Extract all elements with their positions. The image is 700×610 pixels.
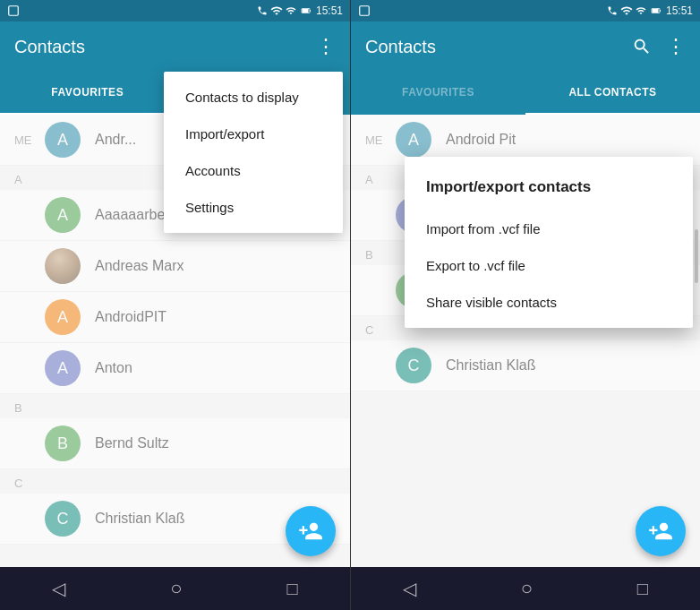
right-status-bar: 15:51: [351, 0, 700, 21]
tab-favourites-left[interactable]: FAVOURITES: [0, 72, 175, 115]
contact-name-christian-right: Christian Klaß: [446, 357, 535, 374]
svg-rect-6: [660, 10, 661, 12]
contact-name-christian-left: Christian Klaß: [95, 511, 184, 527]
left-time: 15:51: [316, 4, 343, 17]
contact-row-christian-right[interactable]: C Christian Klaß: [351, 340, 700, 391]
menu-accounts[interactable]: Accounts: [164, 152, 343, 189]
signal-icon-right: [636, 5, 646, 16]
right-app-bar-icons: ⋮: [632, 35, 686, 58]
left-status-icons-left: [7, 4, 20, 17]
contact-row-androidpit[interactable]: A AndroidPIT: [0, 292, 350, 343]
contact-name-bernd-left: Bernd Sultz: [95, 435, 169, 451]
dropdown-menu: Contacts to display Import/export Accoun…: [164, 72, 343, 233]
add-contact-fab-left[interactable]: [286, 506, 336, 556]
contact-name-anton-left: Anton: [95, 360, 132, 376]
avatar-androidpit: A: [45, 299, 81, 335]
battery-icon-right: [649, 5, 663, 16]
home-button-right[interactable]: ○: [499, 570, 554, 607]
back-button-left[interactable]: ◁: [30, 571, 87, 606]
screenshot-icon: [7, 4, 20, 17]
phone-icon-right: [607, 5, 618, 16]
left-app-bar-icons: ⋮: [316, 35, 336, 58]
more-options-icon[interactable]: ⋮: [316, 35, 336, 58]
more-options-icon-right[interactable]: ⋮: [666, 35, 686, 58]
section-label-me: ME: [14, 133, 41, 147]
scroll-indicator-right: [695, 229, 698, 524]
recents-button-right[interactable]: □: [616, 571, 670, 606]
avatar-me: A: [45, 122, 81, 158]
dialog-item-export-vcf[interactable]: Export to .vcf file: [405, 247, 693, 284]
search-icon-right[interactable]: [632, 37, 652, 56]
avatar-anton-left: A: [45, 350, 81, 386]
svg-rect-0: [9, 6, 19, 16]
wifi-icon-right: [620, 4, 633, 17]
contact-row-andreas-marx[interactable]: Andreas Marx: [0, 241, 350, 292]
left-status-icons-right: 15:51: [257, 4, 343, 17]
dialog-item-share-visible[interactable]: Share visible contacts: [405, 284, 693, 321]
menu-import-export[interactable]: Import/export: [164, 116, 343, 152]
right-panel: 15:51 Contacts ⋮ FAVOURITES ALL CONTACTS…: [350, 0, 700, 610]
right-time: 15:51: [666, 4, 693, 17]
svg-rect-4: [360, 6, 370, 16]
screenshot-icon-right: [358, 4, 371, 17]
menu-contacts-to-display[interactable]: Contacts to display: [164, 79, 343, 116]
contact-row-bernd-left[interactable]: B Bernd Sultz: [0, 418, 350, 469]
back-button-right[interactable]: ◁: [381, 571, 438, 606]
left-panel: 15:51 Contacts ⋮ FAVOURITES ALL CONTACTS…: [0, 0, 350, 610]
left-app-title: Contacts: [14, 37, 316, 57]
left-app-bar: Contacts ⋮: [0, 21, 350, 72]
section-label-me-right: ME: [365, 133, 392, 147]
contact-name-android-pit: Android Pit: [446, 132, 516, 148]
avatar-christian-left: C: [45, 501, 81, 537]
right-status-icons-right: 15:51: [607, 4, 693, 17]
avatar-android-pit: A: [396, 122, 431, 158]
battery-icon: [299, 5, 313, 16]
dialog-title: Import/export contacts: [405, 178, 693, 210]
contact-name-me: Andr...: [95, 132, 136, 148]
contact-name-aaaaaarbeit: Aaaaaarbeit: [95, 207, 172, 223]
avatar-aaaaaarbeit: A: [45, 197, 81, 233]
tab-favourites-right[interactable]: FAVOURITES: [351, 72, 525, 115]
signal-icon: [286, 5, 296, 16]
left-bottom-nav: ◁ ○ □: [0, 567, 350, 610]
section-header-b-left: B: [0, 394, 350, 418]
add-person-icon-left: [298, 519, 323, 544]
recents-button-left[interactable]: □: [265, 571, 319, 606]
menu-settings[interactable]: Settings: [164, 189, 343, 226]
add-contact-fab-right[interactable]: [636, 506, 686, 556]
contact-row-anton-left[interactable]: A Anton: [0, 343, 350, 394]
svg-rect-2: [310, 10, 311, 12]
svg-rect-3: [302, 9, 308, 13]
tab-all-contacts-right[interactable]: ALL CONTACTS: [525, 72, 700, 115]
home-button-left[interactable]: ○: [149, 570, 203, 607]
contact-name-andreas-marx: Andreas Marx: [95, 258, 184, 274]
dialog-item-import-vcf[interactable]: Import from .vcf file: [405, 210, 693, 247]
left-status-bar: 15:51: [0, 0, 350, 21]
right-app-bar: Contacts ⋮: [351, 21, 700, 72]
contact-name-androidpit: AndroidPIT: [95, 309, 166, 325]
right-app-title: Contacts: [365, 37, 632, 57]
wifi-icon: [270, 4, 283, 17]
avatar-andreas-marx: [45, 248, 81, 284]
phone-icon: [257, 5, 268, 16]
add-person-icon-right: [648, 519, 673, 544]
section-header-c-left: C: [0, 469, 350, 494]
right-bottom-nav: ◁ ○ □: [351, 567, 700, 610]
avatar-christian-right: C: [396, 348, 431, 383]
right-status-icons-left: [358, 4, 371, 17]
svg-rect-7: [652, 9, 658, 13]
import-export-dialog: Import/export contacts Import from .vcf …: [405, 157, 693, 328]
right-tabs-bar: FAVOURITES ALL CONTACTS: [351, 72, 700, 115]
avatar-bernd-left: B: [45, 425, 81, 461]
